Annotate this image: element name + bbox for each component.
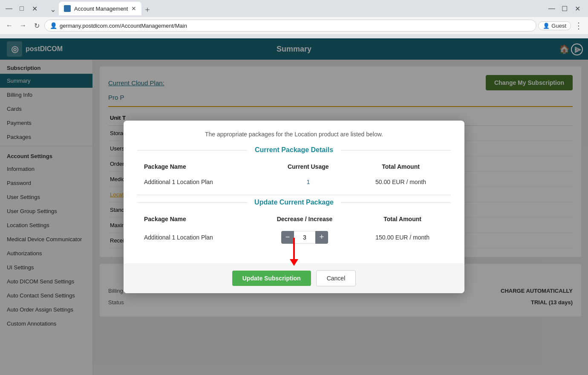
current-package-section-title: Current Package Details (137, 146, 451, 154)
current-package-row: Additional 1 Location Plan 1 50.00 EUR /… (137, 174, 451, 190)
tab-bar: ⌄ Account Management ✕ ＋ (43, 2, 157, 15)
new-tab-btn[interactable]: ⌄ (47, 3, 59, 15)
qty-control: − + (262, 231, 347, 244)
address-text: germany.postdicom.com/AccountManagement/… (60, 23, 531, 29)
update-package-section-title: Update Current Package (137, 199, 451, 206)
browser-window-controls: — □ ✕ (3, 3, 40, 14)
add-tab-btn[interactable]: ＋ (141, 3, 153, 15)
update-package-name: Additional 1 Location Plan (137, 227, 255, 248)
arrow-head (290, 259, 298, 266)
restore-btn[interactable]: □ (16, 3, 27, 14)
modal-overlay: The appropriate packages for the Locatio… (0, 38, 588, 375)
address-lock-icon: 👤 (50, 22, 57, 29)
section-divider (137, 195, 451, 195)
tab-title: Account Management (74, 6, 128, 12)
close-window-btn[interactable]: ✕ (29, 3, 40, 14)
current-package-name: Additional 1 Location Plan (137, 174, 265, 190)
window-restore-btn[interactable]: ☐ (559, 3, 570, 14)
update-total-amount: 150.00 EUR / month (354, 227, 451, 248)
qty-increase-btn[interactable]: + (315, 231, 328, 244)
col-current-usage: Current Usage (265, 159, 351, 174)
window-minimize-btn[interactable]: — (546, 3, 557, 14)
back-btn[interactable]: ← (3, 20, 15, 32)
current-usage-value: 1 (265, 174, 351, 190)
address-bar[interactable]: 👤 germany.postdicom.com/AccountManagemen… (44, 20, 536, 32)
modal-footer: Update Subscription Cancel (124, 263, 464, 293)
profile-icon: 👤 (543, 23, 550, 29)
minimize-btn[interactable]: — (3, 3, 14, 14)
tab-close-btn[interactable]: ✕ (131, 5, 136, 12)
active-tab[interactable]: Account Management ✕ (59, 2, 141, 15)
qty-cell: − + (255, 227, 354, 248)
update-col-decrease-increase: Decrease / Increase (255, 211, 354, 227)
current-total-amount: 50.00 EUR / month (351, 174, 451, 190)
cancel-btn[interactable]: Cancel (316, 270, 356, 286)
col-total-amount-header: Total Amount (351, 159, 451, 174)
profile-btn[interactable]: 👤 Guest (538, 21, 571, 30)
browser-chrome: — □ ✕ ⌄ Account Management ✕ ＋ — ☐ ✕ ← →… (0, 0, 588, 38)
forward-btn[interactable]: → (17, 20, 29, 32)
update-subscription-btn[interactable]: Update Subscription (232, 271, 311, 286)
reload-btn[interactable]: ↻ (31, 20, 43, 32)
window-close-btn[interactable]: ✕ (572, 3, 583, 14)
modal-subtitle: The appropriate packages for the Locatio… (137, 131, 451, 138)
red-arrow-indicator (290, 238, 298, 266)
arrow-line (293, 238, 295, 259)
tab-favicon (64, 5, 71, 12)
browser-titlebar: — □ ✕ ⌄ Account Management ✕ ＋ — ☐ ✕ (0, 0, 588, 17)
update-col-package-name: Package Name (137, 211, 255, 227)
col-package-name: Package Name (137, 159, 265, 174)
profile-label: Guest (551, 23, 566, 29)
nav-bar: ← → ↻ 👤 germany.postdicom.com/AccountMan… (0, 17, 588, 34)
subscription-modal: The appropriate packages for the Locatio… (124, 121, 464, 293)
current-package-table: Package Name Current Usage Total Amount … (137, 159, 451, 190)
more-options-btn[interactable]: ⋮ (573, 20, 585, 32)
update-col-total-amount: Total Amount (354, 211, 451, 227)
